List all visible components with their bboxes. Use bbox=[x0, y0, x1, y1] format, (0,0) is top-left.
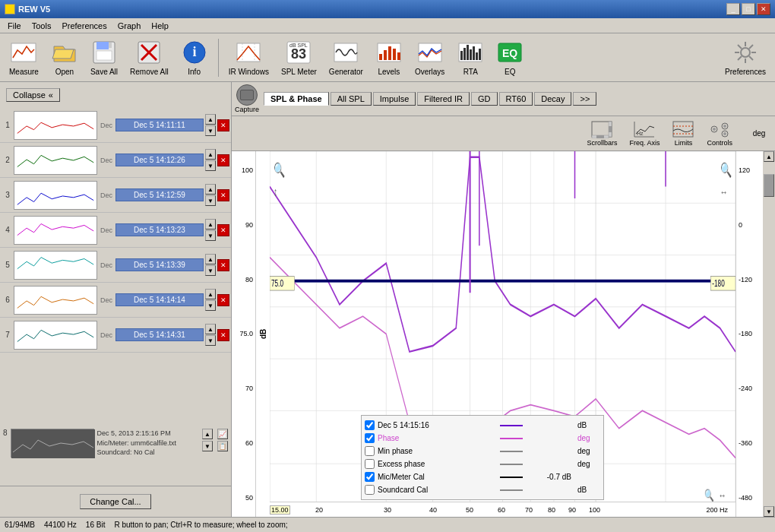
meas-down-button[interactable]: ▼ bbox=[205, 195, 216, 206]
meas-controls: ▲ ▼ bbox=[205, 149, 216, 171]
meas-up-button[interactable]: ▲ bbox=[205, 289, 216, 299]
meas-down-button[interactable]: ▼ bbox=[205, 335, 216, 346]
meas-delete-button[interactable]: ✕ bbox=[217, 329, 229, 341]
tab-filtered-ir[interactable]: Filtered IR bbox=[417, 92, 470, 106]
meas-delete-button[interactable]: ✕ bbox=[217, 259, 229, 271]
open-button[interactable]: Open bbox=[46, 36, 83, 79]
legend-value-mic: -0.7 dB bbox=[526, 473, 571, 481]
svg-rect-50 bbox=[11, 429, 95, 458]
minimize-button[interactable]: _ bbox=[726, 3, 740, 15]
last-meas-soundcard: Soundcard: No Cal bbox=[97, 448, 199, 458]
meas-delete-button[interactable]: ✕ bbox=[217, 294, 229, 306]
meas-8-down-button[interactable]: ▼ bbox=[202, 441, 213, 451]
legend-line-minphase bbox=[500, 451, 523, 452]
maximize-button[interactable]: □ bbox=[742, 3, 755, 15]
meas-date-button[interactable]: Dec 5 14:14:31 bbox=[115, 328, 204, 341]
legend-check-minphase[interactable] bbox=[365, 446, 375, 456]
meas-down-button[interactable]: ▼ bbox=[205, 125, 216, 136]
meas-thumbnail bbox=[14, 111, 97, 140]
svg-line-41 bbox=[749, 45, 753, 49]
save-all-button[interactable]: Save All bbox=[86, 36, 122, 79]
status-bar: 61/94MB 44100 Hz 16 Bit R button to pan;… bbox=[0, 517, 775, 532]
scrollbar-vertical[interactable]: ▲ ▼ bbox=[763, 151, 775, 517]
meas-delete-button[interactable]: ✕ bbox=[217, 224, 229, 236]
close-button[interactable]: ✕ bbox=[757, 3, 770, 15]
meas-date-button[interactable]: Dec 5 14:12:59 bbox=[115, 188, 204, 201]
ir-windows-button[interactable]: IR Windows bbox=[224, 36, 274, 79]
eq-button[interactable]: EQ EQ bbox=[492, 36, 528, 79]
meas-up-button[interactable]: ▲ bbox=[205, 184, 216, 195]
meas-date-button[interactable]: Dec 5 14:13:23 bbox=[115, 223, 204, 236]
meas-delete-button[interactable]: ✕ bbox=[217, 119, 229, 131]
scroll-thumb[interactable] bbox=[764, 174, 774, 197]
meas-number: 7 bbox=[2, 331, 14, 339]
title-bar: REW V5 _ □ ✕ bbox=[0, 0, 775, 18]
legend-check-mic[interactable] bbox=[365, 472, 375, 482]
meas-up-button[interactable]: ▲ bbox=[205, 324, 216, 334]
tab-all-spl[interactable]: All SPL bbox=[331, 92, 372, 106]
menu-preferences[interactable]: Preferences bbox=[57, 21, 111, 31]
freq-axis-control[interactable]: Hz Freq. Axis bbox=[626, 119, 663, 148]
svg-rect-31 bbox=[479, 49, 481, 60]
menu-help[interactable]: Help bbox=[147, 21, 173, 31]
legend-row: Excess phase deg bbox=[365, 458, 600, 470]
meas-down-button[interactable]: ▼ bbox=[205, 265, 216, 276]
freq-axis-icon: Hz bbox=[633, 120, 656, 138]
meas-8-info-button[interactable]: 📋 bbox=[217, 441, 228, 451]
preferences-button[interactable]: Preferences bbox=[720, 36, 770, 79]
list-item: 4 Dec Dec 5 14:13:23 ▲ ▼ ✕ bbox=[0, 213, 231, 248]
meas-down-button[interactable]: ▼ bbox=[205, 300, 216, 311]
deg-label: deg bbox=[753, 129, 766, 138]
scrollbars-control[interactable]: Scrollbars bbox=[584, 119, 620, 148]
collapse-button[interactable]: Collapse « bbox=[6, 88, 60, 102]
controls-control[interactable]: Controls bbox=[704, 119, 735, 148]
meas-down-button[interactable]: ▼ bbox=[205, 230, 216, 241]
generator-button[interactable]: Generator bbox=[324, 36, 368, 79]
meas-date-button[interactable]: Dec 5 14:13:39 bbox=[115, 258, 204, 271]
meas-up-button[interactable]: ▲ bbox=[205, 254, 216, 264]
meas-up-button[interactable]: ▲ bbox=[205, 114, 216, 125]
collapse-label: Collapse bbox=[13, 90, 46, 100]
svg-rect-20 bbox=[388, 46, 391, 60]
legend-check-1[interactable] bbox=[365, 420, 375, 430]
scroll-up-button[interactable]: ▲ bbox=[764, 151, 774, 162]
tab-decay[interactable]: Decay bbox=[534, 92, 571, 106]
remove-all-button[interactable]: Remove All bbox=[125, 36, 173, 79]
measure-button[interactable]: Measure bbox=[5, 36, 43, 79]
menu-tools[interactable]: Tools bbox=[27, 21, 56, 31]
limits-control[interactable]: Limits bbox=[669, 119, 698, 148]
meas-8-up-button[interactable]: ▲ bbox=[202, 429, 213, 439]
spl-meter-label: SPL Meter bbox=[281, 68, 317, 76]
controls-icon bbox=[708, 120, 731, 138]
tab-impulse[interactable]: Impulse bbox=[373, 92, 416, 106]
meas-up-button[interactable]: ▲ bbox=[205, 219, 216, 230]
meas-date-button[interactable]: Dec 5 14:11:11 bbox=[115, 119, 204, 131]
change-cal-button[interactable]: Change Cal... bbox=[80, 494, 150, 509]
tab-rt60[interactable]: RT60 bbox=[499, 92, 533, 106]
tab-more[interactable]: >> bbox=[573, 92, 596, 106]
preferences-label: Preferences bbox=[725, 68, 766, 76]
meas-date-button[interactable]: Dec 5 14:12:26 bbox=[115, 154, 204, 166]
levels-button[interactable]: Levels bbox=[371, 36, 407, 79]
meas-delete-button[interactable]: ✕ bbox=[217, 189, 229, 201]
tab-spl-phase[interactable]: SPL & Phase bbox=[264, 92, 329, 106]
meas-up-button[interactable]: ▲ bbox=[205, 149, 216, 160]
spl-meter-button[interactable]: dB SPL 83 SPL Meter bbox=[277, 36, 321, 79]
overlays-button[interactable]: Overlays bbox=[410, 36, 449, 79]
rta-button[interactable]: RTA bbox=[452, 36, 489, 79]
legend-check-phase[interactable] bbox=[365, 433, 375, 443]
tab-gd[interactable]: GD bbox=[471, 92, 498, 106]
scroll-down-button[interactable]: ▼ bbox=[764, 506, 774, 517]
meas-date-button[interactable]: Dec 5 14:14:14 bbox=[115, 293, 204, 306]
legend-check-excess[interactable] bbox=[365, 459, 375, 469]
menu-graph[interactable]: Graph bbox=[113, 21, 146, 31]
menu-file[interactable]: File bbox=[3, 21, 26, 31]
meas-delete-button[interactable]: ✕ bbox=[217, 154, 229, 166]
legend-row: Mic/Meter Cal -0.7 dB bbox=[365, 470, 600, 483]
meas-8-graph-button[interactable]: 📈 bbox=[217, 429, 228, 439]
ir-windows-label: IR Windows bbox=[229, 68, 269, 76]
legend-check-soundcard[interactable] bbox=[365, 485, 375, 495]
bit-depth-status: 16 Bit bbox=[86, 521, 106, 529]
info-button[interactable]: i Info bbox=[176, 36, 213, 79]
meas-down-button[interactable]: ▼ bbox=[205, 160, 216, 171]
